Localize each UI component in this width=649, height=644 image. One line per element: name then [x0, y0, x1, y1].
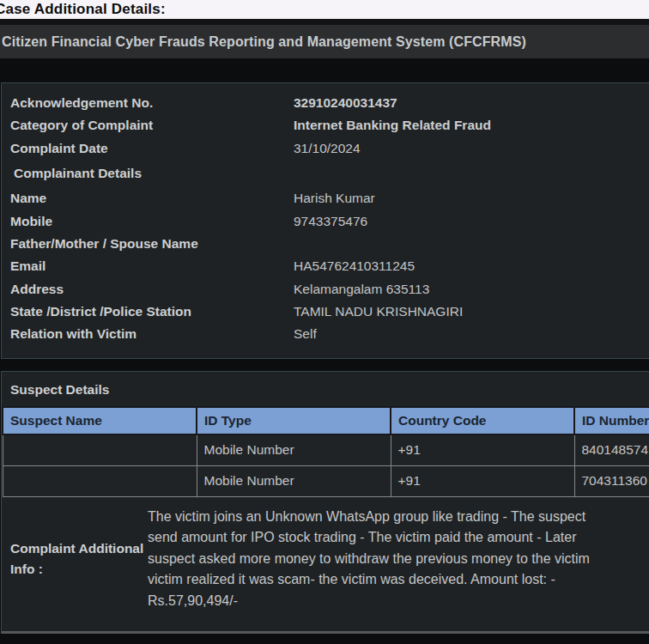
cell-suspect-name [3, 465, 197, 496]
info-text-line: send amount for IPO stock trading - The … [148, 527, 649, 549]
cell-suspect-name [3, 434, 197, 465]
system-header-title: Citizen Financial Cyber Frauds Reporting… [0, 34, 526, 50]
detail-row: AddressKelamangalam 635113 [10, 277, 649, 300]
table-row: Mobile Number+91840148574 [3, 434, 649, 465]
detail-label: Mobile [10, 214, 294, 229]
suspect-details-heading: Suspect Details [2, 379, 649, 406]
detail-value: HA54762410311245 [294, 258, 415, 274]
detail-rows: Acknowledgement No.32910240031437Categor… [10, 92, 649, 345]
detail-label: Acknowledgement No. [10, 95, 294, 111]
system-header-bar: Citizen Financial Cyber Frauds Reporting… [0, 25, 649, 58]
detail-row: State /District /Police StationTAMIL NAD… [10, 301, 649, 323]
detail-value: Self [294, 326, 317, 342]
complaint-additional-info-text: The victim joins an Unknown WhatsApp gro… [148, 507, 649, 612]
cell-country-code: +91 [391, 465, 574, 496]
detail-label: Complaint Date [10, 141, 294, 156]
case-details-view: Case Additional Details: Citizen Financi… [0, 0, 649, 644]
detail-value: Kelamangalam 635113 [294, 282, 429, 297]
detail-row: EmailHA54762410311245 [10, 255, 649, 277]
column-header-suspect-name: Suspect Name [3, 407, 197, 434]
table-row: Mobile Number+91704311360 [3, 465, 649, 496]
detail-label: Email [10, 258, 294, 274]
column-header-country-code: Country Code [391, 407, 574, 434]
section-subheader-row: Complainant Details [10, 162, 649, 185]
detail-label: Complainant Details [10, 166, 294, 181]
complainant-details-panel: Acknowledgement No.32910240031437Categor… [1, 82, 649, 359]
detail-row: Father/Mother / Spouse Name [10, 233, 649, 255]
detail-value: 9743375476 [294, 214, 367, 229]
detail-value: Harish Kumar [294, 191, 375, 206]
page-title: Case Additional Details: [0, 1, 166, 18]
detail-label: Relation with Victim [10, 326, 294, 342]
detail-label: State /District /Police Station [10, 304, 294, 319]
info-text-line: victim realized it was scam- the victim … [148, 569, 649, 591]
detail-value: 31/10/2024 [294, 141, 361, 156]
detail-label: Category of Complaint [10, 118, 294, 133]
cell-id-type: Mobile Number [197, 465, 391, 496]
detail-row: NameHarish Kumar [10, 187, 649, 210]
detail-row: Relation with VictimSelf [10, 323, 649, 345]
detail-value: TAMIL NADU KRISHNAGIRI [294, 304, 463, 319]
page-title-bar: Case Additional Details: [0, 0, 649, 19]
column-header-id-type: ID Type [197, 407, 391, 434]
cell-id-number: 840148574 [574, 434, 649, 465]
detail-label: Name [10, 191, 294, 206]
detail-row: Category of ComplaintInternet Banking Re… [10, 114, 649, 137]
cell-id-type: Mobile Number [197, 434, 391, 465]
column-header-id-number: ID Number [574, 407, 649, 434]
cell-id-number: 704311360 [574, 465, 649, 496]
suspect-table: Suspect Name ID Type Country Code ID Num… [2, 406, 649, 497]
detail-value: 32910240031437 [294, 95, 397, 111]
complaint-additional-info-label: Complaint Additional Info : [10, 538, 148, 580]
detail-value: Internet Banking Related Fraud [294, 118, 491, 133]
divider-strip [0, 19, 649, 25]
complaint-additional-info-section: Complaint Additional Info : The victim j… [2, 507, 649, 612]
detail-label: Father/Mother / Spouse Name [10, 236, 294, 252]
detail-row: Acknowledgement No.32910240031437 [10, 92, 649, 114]
info-text-line: Rs.57,90,494/- [148, 591, 649, 612]
info-text-line: suspect asked more money to withdraw the… [148, 549, 649, 570]
detail-label: Address [10, 282, 294, 297]
suspect-table-header-row: Suspect Name ID Type Country Code ID Num… [3, 407, 649, 434]
detail-row: Complaint Date31/10/2024 [10, 137, 649, 160]
detail-row: Mobile9743375476 [10, 210, 649, 232]
suspect-details-panel: Suspect Details Suspect Name ID Type Cou… [1, 371, 649, 634]
cell-country-code: +91 [391, 434, 574, 465]
info-text-line: The victim joins an Unknown WhatsApp gro… [148, 507, 649, 528]
